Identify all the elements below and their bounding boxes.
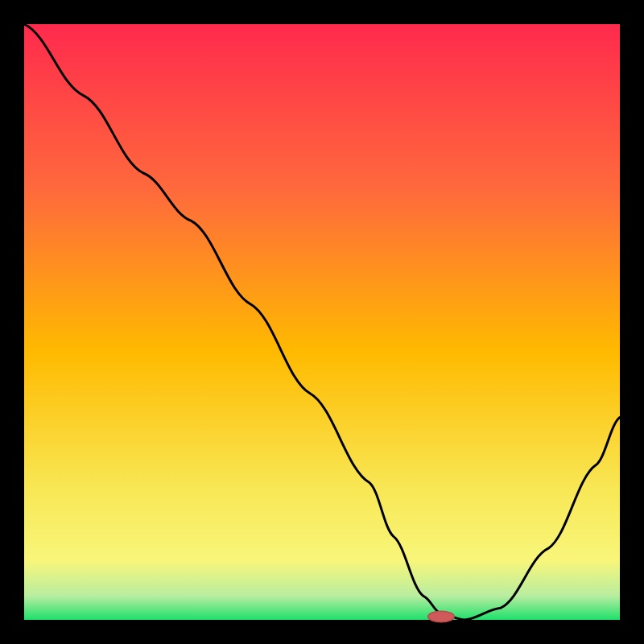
chart-container: TheBottleneck.com	[0, 0, 644, 644]
bottleneck-chart	[0, 0, 644, 644]
plot-background	[24, 24, 620, 620]
optimal-marker	[428, 611, 455, 621]
